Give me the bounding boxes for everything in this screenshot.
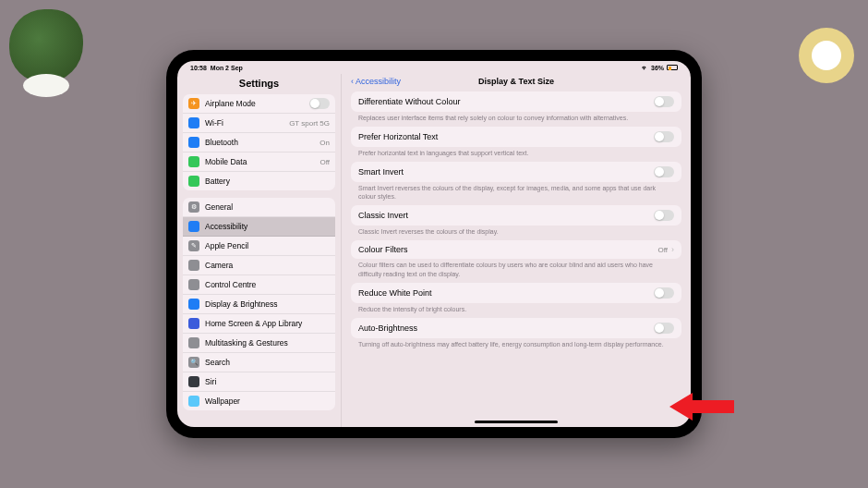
setting-row-smart-invert[interactable]: Smart Invert <box>351 162 681 182</box>
sidebar-item-siri[interactable]: Siri <box>183 372 335 392</box>
chevron-left-icon: ‹ <box>351 77 354 86</box>
toggle-switch[interactable] <box>654 287 674 299</box>
setting-value: Off <box>657 246 668 254</box>
row-label: Mobile Data <box>205 157 314 166</box>
home-indicator[interactable] <box>475 421 558 423</box>
sidebar-title: Settings <box>177 74 341 94</box>
setting-group-classic-invert: Classic Invert <box>351 205 681 226</box>
toggle-switch[interactable] <box>654 323 674 334</box>
row-label: Wi-Fi <box>205 118 283 128</box>
display-brightness-icon <box>188 299 199 310</box>
row-label: Apple Pencil <box>205 241 330 250</box>
setting-label: Prefer Horizontal Text <box>358 132 438 141</box>
status-date: Mon 2 Sep <box>211 65 243 71</box>
setting-row-reduce-white-point[interactable]: Reduce White Point <box>351 283 681 303</box>
sidebar-item-search[interactable]: 🔍Search <box>183 353 335 372</box>
accessibility-icon <box>188 221 199 232</box>
control-centre-icon <box>188 279 199 290</box>
setting-label: Reduce White Point <box>358 288 432 298</box>
setting-row-colour-filters[interactable]: Colour FiltersOff› <box>351 240 681 259</box>
row-label: Control Centre <box>205 280 330 289</box>
setting-label: Smart Invert <box>358 167 404 177</box>
sidebar-item-wi-fi[interactable]: Wi-FiGT sport 5G <box>183 114 335 133</box>
setting-row-auto-brightness[interactable]: Auto-Brightness <box>351 318 681 338</box>
svg-marker-0 <box>669 393 734 421</box>
setting-row-classic-invert[interactable]: Classic Invert <box>351 205 681 226</box>
setting-description: Prefer horizontal text in languages that… <box>351 147 681 162</box>
setting-description: Replaces user interface items that rely … <box>351 112 681 127</box>
sidebar-group-general: ⚙GeneralAccessibility✎Apple PencilCamera… <box>183 198 335 410</box>
setting-group-colour-filters: Colour FiltersOff› <box>351 240 681 259</box>
sidebar-item-airplane-mode[interactable]: ✈Airplane Mode <box>183 94 335 114</box>
settings-sidebar: Settings ✈Airplane ModeWi-FiGT sport 5GB… <box>177 74 342 427</box>
setting-row-prefer-horizontal-text[interactable]: Prefer Horizontal Text <box>351 127 681 147</box>
row-label: Camera <box>205 261 330 270</box>
setting-group-smart-invert: Smart Invert <box>351 162 681 182</box>
search-icon: 🔍 <box>188 357 199 368</box>
sidebar-item-general[interactable]: ⚙General <box>183 198 335 217</box>
setting-description: Smart Invert reverses the colours of the… <box>351 182 681 205</box>
setting-label: Colour Filters <box>358 245 408 254</box>
row-label: Bluetooth <box>205 138 314 147</box>
setting-group-reduce-white-point: Reduce White Point <box>351 283 681 303</box>
sidebar-item-control-centre[interactable]: Control Centre <box>183 275 335 295</box>
general-icon: ⚙ <box>188 201 199 213</box>
sidebar-group-connectivity: ✈Airplane ModeWi-FiGT sport 5GBluetoothO… <box>183 94 335 190</box>
sidebar-item-apple-pencil[interactable]: ✎Apple Pencil <box>183 237 335 256</box>
airplane-mode-icon: ✈ <box>188 98 199 109</box>
sidebar-item-display-brightness[interactable]: Display & Brightness <box>183 295 335 314</box>
row-label: Display & Brightness <box>205 299 330 309</box>
row-value: GT sport 5G <box>289 119 330 128</box>
wifi-icon: ᯤ <box>642 65 648 71</box>
toggle-switch[interactable] <box>309 98 330 109</box>
sidebar-item-mobile-data[interactable]: Mobile DataOff <box>183 152 335 172</box>
setting-row-differentiate-without-colour[interactable]: Differentiate Without Colour <box>351 92 681 112</box>
mobile-data-icon <box>188 156 199 167</box>
sidebar-item-wallpaper[interactable]: Wallpaper <box>183 392 335 410</box>
main-scroll[interactable]: Differentiate Without ColourReplaces use… <box>342 92 691 427</box>
main-pane: ‹ Accessibility Display & Text Size Diff… <box>342 74 691 427</box>
sidebar-item-multitasking-gestures[interactable]: Multitasking & Gestures <box>183 334 335 353</box>
setting-group-differentiate-without-colour: Differentiate Without Colour <box>351 92 681 112</box>
wallpaper-icon <box>188 396 199 407</box>
toggle-switch[interactable] <box>654 96 674 107</box>
toggle-switch[interactable] <box>654 166 674 177</box>
row-label: Home Screen & App Library <box>205 319 330 328</box>
toggle-switch[interactable] <box>654 210 674 221</box>
camera-icon <box>188 260 199 271</box>
sidebar-item-battery[interactable]: Battery <box>183 172 335 190</box>
battery-percent: 36% <box>651 65 664 71</box>
main-header: ‹ Accessibility Display & Text Size <box>342 74 691 92</box>
setting-description: Reduce the intensity of bright colours. <box>351 303 681 318</box>
setting-label: Differentiate Without Colour <box>358 97 460 106</box>
back-button[interactable]: ‹ Accessibility <box>351 77 401 86</box>
sidebar-item-accessibility[interactable]: Accessibility <box>183 217 335 237</box>
row-label: Wallpaper <box>205 396 330 406</box>
row-label: Siri <box>205 377 330 386</box>
setting-group-auto-brightness: Auto-Brightness <box>351 318 681 338</box>
sidebar-item-bluetooth[interactable]: BluetoothOn <box>183 133 335 152</box>
row-label: Multitasking & Gestures <box>205 338 330 348</box>
page-title: Display & Text Size <box>478 77 554 86</box>
row-label: Airplane Mode <box>205 99 304 108</box>
siri-icon <box>188 376 199 387</box>
apple-pencil-icon: ✎ <box>188 240 199 251</box>
setting-description: Turning off auto-brightness may affect b… <box>351 338 681 353</box>
row-value: Off <box>319 158 330 166</box>
back-label: Accessibility <box>356 77 401 86</box>
chevron-right-icon: › <box>671 245 674 254</box>
battery-icon <box>667 65 678 70</box>
sidebar-item-home-screen-app-library[interactable]: Home Screen & App Library <box>183 314 335 334</box>
ipad-device: 10:58 Mon 2 Sep ᯤ 36% Settings ✈Airplane… <box>166 50 702 438</box>
setting-description: Colour filters can be used to differenti… <box>351 259 681 282</box>
home-screen-app-library-icon <box>188 318 199 329</box>
row-label: General <box>205 202 330 212</box>
toggle-switch[interactable] <box>654 131 674 142</box>
row-label: Search <box>205 358 330 367</box>
sidebar-scroll[interactable]: ✈Airplane ModeWi-FiGT sport 5GBluetoothO… <box>177 94 341 427</box>
battery-icon <box>188 176 199 187</box>
row-label: Accessibility <box>205 222 330 231</box>
screen: 10:58 Mon 2 Sep ᯤ 36% Settings ✈Airplane… <box>177 61 691 427</box>
wi-fi-icon <box>188 117 199 128</box>
sidebar-item-camera[interactable]: Camera <box>183 256 335 275</box>
